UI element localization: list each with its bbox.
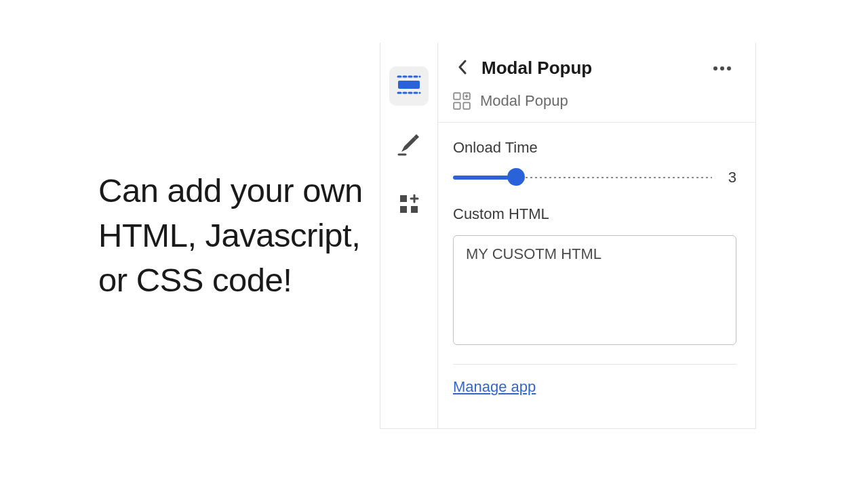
divider — [453, 364, 736, 365]
svg-rect-5 — [398, 81, 420, 89]
back-button[interactable] — [453, 59, 472, 78]
slider-fill — [453, 176, 515, 180]
svg-rect-14 — [411, 206, 418, 213]
onload-time-row: 3 — [453, 169, 736, 186]
manage-app-link[interactable]: Manage app — [453, 378, 536, 395]
svg-rect-22 — [463, 102, 469, 108]
sub-header[interactable]: Modal Popup — [438, 88, 755, 123]
sub-title: Modal Popup — [480, 92, 568, 110]
svg-rect-12 — [400, 195, 407, 202]
svg-rect-17 — [454, 93, 460, 99]
svg-rect-13 — [400, 206, 407, 213]
sidebar — [380, 43, 438, 428]
main-panel: Modal Popup Modal Popup Onl — [438, 43, 755, 428]
panel-title: Modal Popup — [481, 58, 698, 79]
slider-thumb[interactable] — [507, 168, 525, 186]
sidebar-theme-button[interactable] — [389, 126, 429, 165]
block-icon — [453, 92, 471, 110]
settings-panel: Modal Popup Modal Popup Onl — [380, 43, 756, 429]
settings-section: Onload Time 3 Custom HTML Manage app — [438, 123, 755, 396]
apps-add-icon — [399, 194, 419, 217]
sidebar-apps-button[interactable] — [389, 186, 429, 225]
onload-time-slider[interactable] — [453, 175, 712, 180]
chevron-left-icon — [458, 60, 467, 77]
custom-html-label: Custom HTML — [453, 205, 736, 223]
more-button[interactable] — [708, 61, 736, 76]
panel-header: Modal Popup — [438, 43, 755, 88]
caption-line-3: or CSS code! — [98, 262, 292, 298]
onload-time-label: Onload Time — [453, 139, 736, 157]
onload-time-value: 3 — [728, 169, 736, 186]
brush-icon — [397, 133, 420, 159]
caption-line-2: HTML, Javascript, — [98, 217, 360, 253]
svg-rect-21 — [454, 102, 460, 108]
caption-line-1: Can add your own — [98, 172, 363, 209]
section-icon — [397, 75, 421, 97]
sidebar-sections-button[interactable] — [389, 66, 429, 106]
marketing-caption: Can add your own HTML, Javascript, or CS… — [98, 168, 363, 302]
more-dots-icon — [713, 66, 717, 70]
custom-html-textarea[interactable] — [453, 235, 736, 345]
